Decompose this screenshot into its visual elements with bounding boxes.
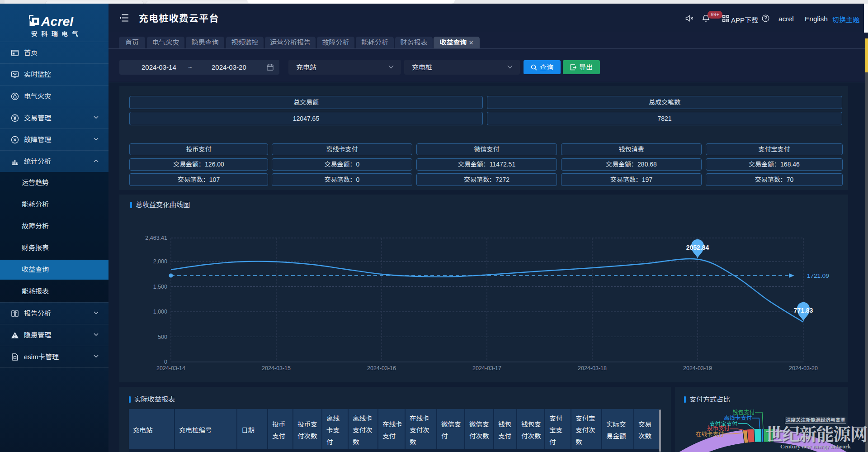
svg-text:0: 0 [164, 359, 167, 365]
svg-text:2,000: 2,000 [153, 258, 167, 265]
svg-text:1,500: 1,500 [153, 284, 167, 290]
svg-text:Acrel: Acrel [41, 14, 74, 28]
svg-text:离线卡支付: 离线卡支付 [724, 414, 752, 421]
svg-text:2024-03-16: 2024-03-16 [367, 365, 396, 371]
svg-text:1721.09: 1721.09 [807, 272, 829, 279]
svg-text:投币支付: 投币支付 [707, 425, 730, 432]
svg-text:2024-03-14: 2024-03-14 [156, 365, 185, 371]
svg-text:771.83: 771.83 [794, 307, 813, 314]
svg-text:500: 500 [158, 334, 167, 340]
svg-text:2024-03-18: 2024-03-18 [578, 365, 607, 371]
svg-text:2024-03-15: 2024-03-15 [262, 365, 291, 371]
svg-text:在线卡支付: 在线卡支付 [696, 431, 724, 438]
svg-text:2,463.41: 2,463.41 [145, 235, 167, 241]
svg-text:2024-03-19: 2024-03-19 [683, 365, 712, 371]
svg-text:2024-03-20: 2024-03-20 [789, 365, 818, 371]
svg-text:2024-03-17: 2024-03-17 [472, 365, 501, 371]
svg-text:1,000: 1,000 [153, 309, 167, 315]
svg-text:2052.84: 2052.84 [686, 244, 709, 251]
